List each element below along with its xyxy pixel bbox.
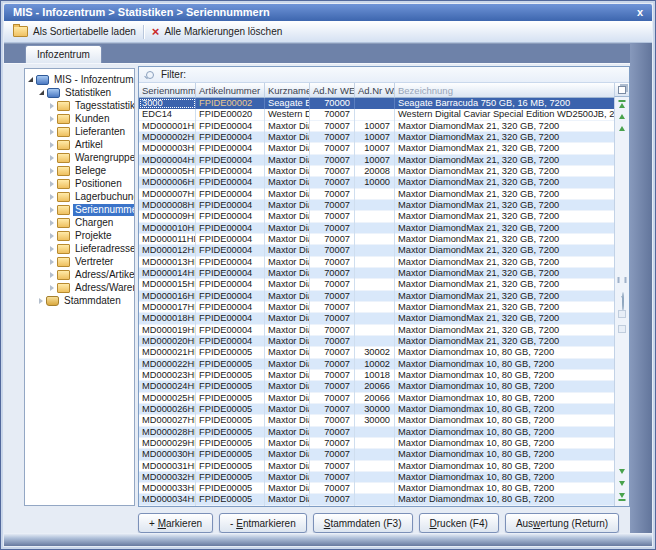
cell-seriennummer[interactable]: MD000008HD [139, 200, 196, 211]
cell-bezeichnung[interactable]: Maxtor Diamondmax 10, 80 GB, 7200 [395, 472, 614, 483]
go-last-row-arrow-icon[interactable] [619, 493, 625, 498]
table-row[interactable]: MD000005HDFPIDE00004Maxtor Dia7000720008… [139, 166, 614, 177]
cell-artikelnummer[interactable]: FPIDE00005 [196, 449, 265, 460]
cell-bezeichnung[interactable]: Maxtor DiamondMax 21, 320 GB, 7200 [395, 189, 614, 200]
cell-seriennummer[interactable]: MD000002HD [139, 132, 196, 143]
cell-artikelnummer[interactable]: FPIDE00004 [196, 291, 265, 302]
cell-bezeichnung[interactable]: Maxtor DiamondMax 21, 320 GB, 7200 [395, 166, 614, 177]
tree-item-seriennummern[interactable]: Seriennummern [25, 203, 134, 216]
cell-adnr-we[interactable]: 70007 [310, 449, 355, 460]
cell-adnr-wa[interactable] [355, 189, 395, 200]
cell-bezeichnung[interactable]: Maxtor DiamondMax 21, 320 GB, 7200 [395, 143, 614, 154]
cell-bezeichnung[interactable]: Maxtor DiamondMax 21, 320 GB, 7200 [395, 132, 614, 143]
cell-artikelnummer[interactable]: FPIDE00005 [196, 483, 265, 494]
cell-adnr-we[interactable]: 70007 [310, 109, 355, 120]
column-header-ad-nr-we[interactable]: Ad.Nr WE [310, 83, 355, 98]
tree-item-adress-artikel[interactable]: Adress/Artikel [25, 268, 134, 281]
cell-adnr-we[interactable]: 70000 [310, 98, 355, 109]
cell-seriennummer[interactable]: MD000005HD [139, 166, 196, 177]
cell-adnr-wa[interactable] [355, 472, 395, 483]
column-header-seriennummer[interactable]: Seriennummer [139, 83, 196, 98]
cell-kurzname[interactable]: Maxtor Dia [265, 359, 310, 370]
cell-artikelnummer[interactable]: FPIDE00004 [196, 336, 265, 347]
cell-kurzname[interactable]: Maxtor Dia [265, 245, 310, 256]
expand-arrow-icon[interactable] [50, 103, 54, 109]
pause-icon[interactable] [618, 277, 627, 283]
cell-kurzname[interactable]: Maxtor Dia [265, 336, 310, 347]
cell-artikelnummer[interactable]: FPIDE00004 [196, 189, 265, 200]
cell-adnr-wa[interactable]: 10000 [355, 177, 395, 188]
go-first-row-arrow-icon[interactable] [619, 103, 625, 108]
table-row[interactable]: MD000006HDFPIDE00004Maxtor Dia7000710000… [139, 177, 614, 188]
cell-artikelnummer[interactable]: FPIDE00004 [196, 155, 265, 166]
cell-kurzname[interactable]: Maxtor Dia [265, 494, 310, 505]
cell-kurzname[interactable]: Maxtor Dia [265, 200, 310, 211]
cell-adnr-wa[interactable]: 10002 [355, 359, 395, 370]
cell-adnr-wa[interactable]: 20066 [355, 381, 395, 392]
cell-adnr-wa[interactable] [355, 268, 395, 279]
cell-bezeichnung[interactable]: Maxtor Diamondmax 10, 80 GB, 7200 [395, 461, 614, 472]
scroll-marker-icon[interactable] [618, 325, 626, 333]
cell-seriennummer[interactable]: MD000019HD [139, 325, 196, 336]
tree-item-vertreter[interactable]: Vertreter [25, 255, 134, 268]
cell-bezeichnung[interactable]: Western Digital Caviar Special Edition W… [395, 109, 614, 120]
cell-kurzname[interactable]: Maxtor Dia [265, 313, 310, 324]
cell-adnr-we[interactable]: 70007 [310, 359, 355, 370]
cell-bezeichnung[interactable]: Maxtor Diamondmax 10, 80 GB, 7200 [395, 483, 614, 494]
cell-artikelnummer[interactable]: FPIDE00005 [196, 381, 265, 392]
cell-adnr-we[interactable]: 70007 [310, 427, 355, 438]
cell-adnr-we[interactable]: 70007 [310, 245, 355, 256]
cell-adnr-wa[interactable]: 10007 [355, 132, 395, 143]
cell-adnr-wa[interactable]: 10007 [355, 121, 395, 132]
cell-bezeichnung[interactable]: Maxtor Diamondmax 10, 80 GB, 7200 [395, 347, 614, 358]
tree-item-tagesstatistik[interactable]: Tagesstatistik [25, 99, 134, 112]
cell-adnr-wa[interactable] [355, 302, 395, 313]
cell-adnr-wa[interactable] [355, 427, 395, 438]
cell-bezeichnung[interactable]: Maxtor DiamondMax 21, 320 GB, 7200 [395, 268, 614, 279]
tree-item-chargen[interactable]: Chargen [25, 216, 134, 229]
table-row[interactable]: MD000022HDFPIDE00005Maxtor Dia7000710002… [139, 359, 614, 370]
expand-arrow-icon[interactable] [50, 116, 54, 122]
cell-adnr-we[interactable]: 70007 [310, 166, 355, 177]
cell-artikelnummer[interactable]: FPIDE00005 [196, 427, 265, 438]
table-row[interactable]: MD000025HDFPIDE00005Maxtor Dia7000720066… [139, 393, 614, 404]
cell-bezeichnung[interactable]: Maxtor Diamondmax 10, 80 GB, 7200 [395, 449, 614, 460]
cell-artikelnummer[interactable]: FPIDE00005 [196, 347, 265, 358]
tree-item-positionen[interactable]: Positionen [25, 177, 134, 190]
tree-item-statistiken[interactable]: Statistiken [25, 86, 134, 99]
cell-adnr-we[interactable]: 70007 [310, 234, 355, 245]
cell-adnr-we[interactable]: 70007 [310, 438, 355, 449]
cell-adnr-wa[interactable]: 30000 [355, 415, 395, 426]
cell-adnr-wa[interactable]: 10018 [355, 370, 395, 381]
cell-artikelnummer[interactable]: FPIDE00002 [196, 98, 265, 109]
cell-adnr-wa[interactable] [355, 211, 395, 222]
markieren-button[interactable]: + Markieren [138, 513, 213, 533]
cell-artikelnummer[interactable]: FPIDE00004 [196, 177, 265, 188]
page-up-icon[interactable] [619, 114, 625, 119]
cell-adnr-wa[interactable] [355, 223, 395, 234]
tree-item-mis-infozentrum[interactable]: MIS - Infozentrum [25, 73, 134, 86]
column-header-kurzname[interactable]: Kurzname [265, 83, 310, 98]
expand-arrow-icon[interactable] [39, 298, 43, 304]
cell-adnr-we[interactable]: 70007 [310, 279, 355, 290]
cell-bezeichnung[interactable]: Seagate Barracuda 750 GB, 16 MB, 7200 [395, 98, 614, 109]
cell-kurzname[interactable]: Maxtor Dia [265, 347, 310, 358]
cell-bezeichnung[interactable]: Maxtor DiamondMax 21, 320 GB, 7200 [395, 336, 614, 347]
table-row[interactable]: MD000017HDFPIDE00004Maxtor Dia70007Maxto… [139, 302, 614, 313]
cell-adnr-wa[interactable] [355, 325, 395, 336]
expand-arrow-icon[interactable] [50, 259, 54, 265]
grid-corner[interactable] [614, 83, 629, 97]
cell-bezeichnung[interactable]: Maxtor DiamondMax 21, 320 GB, 7200 [395, 223, 614, 234]
collapse-arrow-icon[interactable] [39, 90, 44, 95]
go-last-row-icon[interactable] [619, 499, 626, 501]
cell-adnr-we[interactable]: 70007 [310, 494, 355, 505]
cell-bezeichnung[interactable]: Maxtor Diamondmax 10, 80 GB, 7200 [395, 415, 614, 426]
cell-adnr-we[interactable]: 70007 [310, 132, 355, 143]
cell-adnr-wa[interactable] [355, 279, 395, 290]
cell-adnr-we[interactable]: 70007 [310, 415, 355, 426]
cell-kurzname[interactable]: Maxtor Dia [265, 291, 310, 302]
tree-item-adress-warengruppen[interactable]: Adress/Warengruppen [25, 281, 134, 294]
cell-seriennummer[interactable]: MD000007HD [139, 189, 196, 200]
cell-adnr-wa[interactable] [355, 257, 395, 268]
cell-artikelnummer[interactable]: FPIDE00005 [196, 370, 265, 381]
